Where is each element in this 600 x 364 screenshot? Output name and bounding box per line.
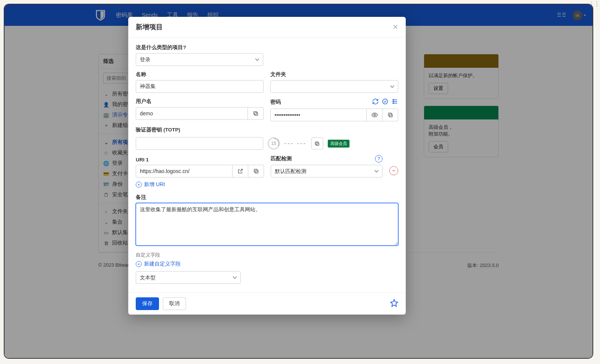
type-label: 这是什么类型的项目? (136, 44, 398, 51)
modal-footer: 保存 取消 (128, 292, 406, 315)
match-help-icon[interactable]: ? (375, 155, 382, 163)
cancel-button[interactable]: 取消 (163, 297, 186, 310)
plus-circle-icon: + (136, 182, 142, 188)
svg-rect-12 (316, 143, 319, 146)
copy-icon (253, 110, 259, 116)
modal-header: 新增项目 ✕ (128, 17, 406, 37)
eye-icon (371, 112, 378, 118)
toggle-password-button[interactable] (367, 109, 382, 121)
close-icon[interactable]: ✕ (393, 24, 398, 30)
svg-rect-10 (389, 114, 392, 117)
type-select[interactable]: 登录 (136, 53, 263, 66)
premium-badge: 高级会员 (328, 140, 350, 148)
uri-label: URI 1 (136, 157, 264, 163)
copy-icon (314, 141, 320, 146)
match-label: 匹配检测 (271, 155, 292, 162)
notes-textarea[interactable] (136, 203, 398, 246)
username-label: 用户名 (136, 98, 264, 105)
remove-uri-button[interactable] (389, 166, 398, 175)
custom-fields-heading: 自定义字段 (136, 252, 398, 258)
copy-username-button[interactable] (248, 107, 264, 120)
copy-uri-button[interactable] (248, 165, 264, 178)
totp-code: --- --- (284, 140, 307, 147)
folder-select[interactable] (270, 80, 398, 93)
external-link-icon (237, 168, 243, 174)
copy-totp-button[interactable] (311, 137, 323, 149)
add-uri-button[interactable]: + 新增 URI (136, 181, 165, 188)
match-select[interactable]: 默认匹配检测 (271, 165, 382, 178)
svg-rect-0 (255, 112, 258, 115)
check-password-icon[interactable] (382, 98, 388, 106)
password-input[interactable] (270, 109, 367, 121)
custom-field-type-select[interactable]: 文本型 (136, 271, 241, 284)
copy-icon (387, 112, 393, 118)
add-item-modal: 新增项目 ✕ 这是什么类型的项目? 登录 名称 文件夹 (128, 17, 406, 315)
plus-circle-icon: + (136, 261, 142, 267)
add-custom-field-button[interactable]: + 新建自定义字段 (136, 261, 181, 267)
svg-point-6 (393, 99, 393, 100)
svg-point-7 (393, 101, 393, 102)
totp-input[interactable] (136, 137, 263, 150)
notes-label: 备注 (136, 194, 398, 201)
folder-label: 文件夹 (270, 71, 398, 78)
svg-marker-17 (391, 300, 398, 306)
username-input[interactable] (136, 107, 248, 120)
svg-point-8 (393, 103, 393, 103)
totp-display: 15 --- --- 高级会员 (268, 137, 350, 149)
svg-point-2 (382, 99, 388, 104)
totp-label: 验证器密钥 (TOTP) (136, 127, 398, 133)
svg-rect-15 (254, 169, 257, 172)
name-label: 名称 (136, 71, 264, 78)
save-button[interactable]: 保存 (136, 297, 159, 310)
generate-password-icon[interactable] (372, 98, 379, 106)
svg-rect-1 (254, 112, 256, 115)
svg-rect-11 (388, 113, 391, 116)
totp-timer-icon: 15 (268, 137, 280, 149)
svg-rect-13 (315, 142, 318, 145)
modal-title: 新增项目 (136, 22, 163, 31)
ownership-heading: 所有权 (136, 292, 398, 292)
modal-body[interactable]: 这是什么类型的项目? 登录 名称 文件夹 (128, 37, 406, 292)
uri-input[interactable] (136, 165, 232, 178)
svg-point-9 (374, 114, 375, 116)
svg-rect-14 (255, 170, 258, 173)
password-label: 密码 (270, 99, 281, 106)
launch-uri-button[interactable] (232, 165, 248, 178)
minus-icon (392, 169, 396, 173)
app-frame: 密码库 Sends 工具 报告 组织 ⠿⠿ IA ▾ 筛选 ⌄所有密码库 👤我的… (4, 4, 593, 359)
name-input[interactable] (136, 80, 264, 93)
password-options-icon[interactable] (392, 98, 398, 106)
copy-password-button[interactable] (382, 109, 398, 121)
favorite-star-icon[interactable] (390, 299, 398, 309)
copy-icon (253, 168, 259, 174)
